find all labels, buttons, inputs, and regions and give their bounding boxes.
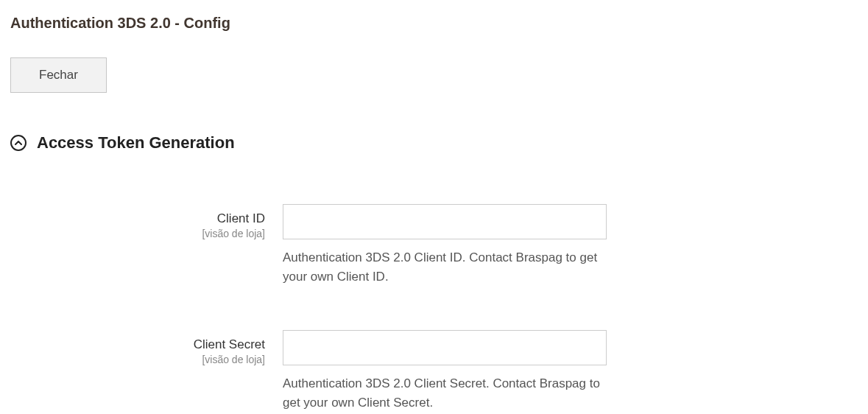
client-secret-input[interactable] [283,330,607,365]
client-id-label: Client ID [10,211,265,226]
client-secret-scope: [visão de loja] [10,354,265,365]
client-id-scope: [visão de loja] [10,228,265,239]
page-title: Authentication 3DS 2.0 - Config [10,15,858,32]
client-id-input[interactable] [283,204,607,239]
section-toggle-access-token[interactable]: Access Token Generation [10,133,858,152]
field-row-client-secret: Client Secret [visão de loja] Authentica… [10,330,858,412]
field-input-col: Authentication 3DS 2.0 Client ID. Contac… [283,204,607,286]
field-input-col: Authentication 3DS 2.0 Client Secret. Co… [283,330,607,412]
field-label-col: Client Secret [visão de loja] [10,330,283,365]
chevron-up-icon [10,135,27,151]
field-label-col: Client ID [visão de loja] [10,204,283,239]
client-secret-help: Authentication 3DS 2.0 Client Secret. Co… [283,374,607,412]
client-id-help: Authentication 3DS 2.0 Client ID. Contac… [283,248,607,286]
section-title: Access Token Generation [37,133,235,152]
field-row-client-id: Client ID [visão de loja] Authentication… [10,204,858,286]
close-button[interactable]: Fechar [10,57,107,93]
client-secret-label: Client Secret [10,337,265,352]
